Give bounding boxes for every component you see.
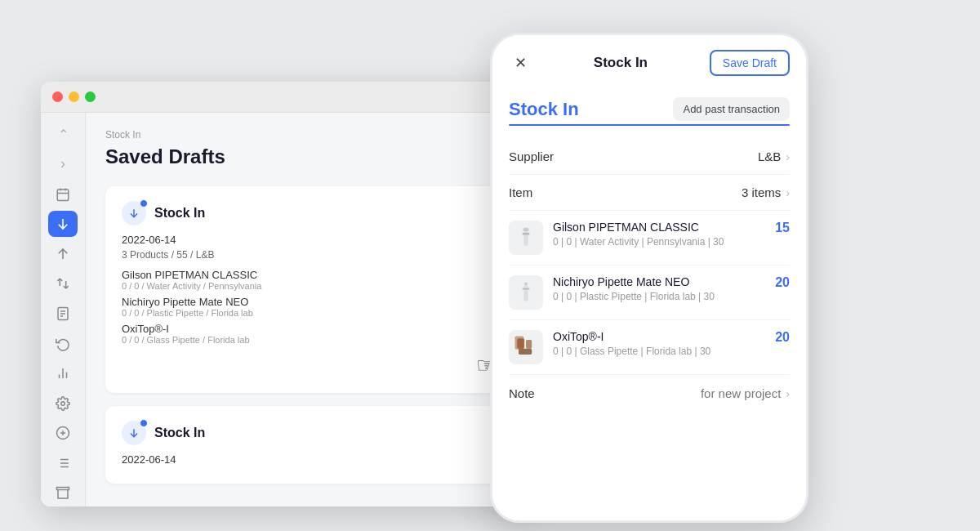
product-info-1: Nichiryo Pipette Mate NEO 0 | 0 | Plasti…: [553, 275, 760, 302]
draft-item-1-1: Nichiryo Pipette Mate NEO 0 / 0 / Plasti…: [122, 296, 495, 318]
sidebar-item-stock-in[interactable]: [48, 211, 78, 238]
draft-item-1-2: OxiTop®-I 0 / 0 / Glass Pipette / Florid…: [122, 323, 495, 345]
draft-card-2[interactable]: Stock In 2022-06-14: [105, 406, 511, 484]
item-count-text: 3 items: [742, 185, 781, 199]
stock-in-badge-2: [140, 419, 148, 427]
save-draft-button[interactable]: Save Draft: [710, 50, 790, 76]
product-info-2: OxiTop®-I 0 | 0 | Glass Pipette | Florid…: [553, 330, 760, 357]
sidebar-item-chevron-up[interactable]: ⌃: [48, 121, 78, 148]
window-body: ⌃ ›: [41, 113, 531, 506]
draft-item-1-0: Gilson PIPETMAN CLASSIC 0 / 0 / Water Ac…: [122, 269, 495, 291]
product-sub-2: 0 | 0 | Glass Pipette | Florida lab | 30: [553, 346, 760, 357]
minimize-button[interactable]: [69, 91, 79, 102]
svg-point-11: [61, 402, 65, 406]
window-titlebar: [41, 82, 531, 113]
sidebar-item-document[interactable]: [48, 301, 78, 328]
phone-header-title: Stock In: [594, 55, 648, 71]
sidebar-item-calendar[interactable]: [48, 181, 78, 207]
stock-in-icon-1: [122, 201, 146, 225]
blue-divider: [509, 124, 790, 126]
phone-section-header: Stock In Add past transaction: [509, 97, 790, 121]
draft-meta-1: 3 Products / 55 / L&B: [122, 249, 495, 261]
product-qty-2: 20: [770, 330, 790, 345]
product-thumb-2: [509, 330, 543, 364]
desktop-window: ⌃ ›: [41, 82, 531, 506]
sidebar-item-expand[interactable]: ›: [48, 151, 78, 178]
draft-item-name-1-2: OxiTop®-I: [122, 323, 495, 335]
supplier-row[interactable]: Supplier L&B ›: [509, 139, 790, 175]
supplier-value-text: L&B: [758, 149, 781, 163]
svg-rect-27: [523, 288, 530, 290]
breadcrumb: Stock In: [105, 129, 511, 141]
product-item-1[interactable]: Nichiryo Pipette Mate NEO 0 | 0 | Plasti…: [509, 266, 790, 320]
draft-card-title-2: Stock In: [154, 426, 205, 440]
sidebar-item-add[interactable]: [48, 420, 78, 447]
draft-item-name-1-0: Gilson PIPETMAN CLASSIC: [122, 269, 495, 281]
product-name-2: OxiTop®-I: [553, 330, 760, 343]
draft-item-name-1-1: Nichiryo Pipette Mate NEO: [122, 296, 495, 308]
svg-rect-22: [523, 228, 529, 231]
product-thumb-0: [509, 221, 543, 255]
item-chevron-icon: ›: [786, 186, 790, 199]
svg-rect-0: [57, 190, 69, 201]
product-sub-1: 0 | 0 | Plastic Pipette | Florida lab | …: [553, 291, 760, 302]
supplier-value: L&B ›: [758, 149, 790, 163]
item-value: 3 items ›: [742, 185, 790, 199]
draft-card-header-2: Stock In: [122, 421, 495, 445]
maximize-button[interactable]: [85, 91, 96, 102]
item-row[interactable]: Item 3 items ›: [509, 175, 790, 211]
phone-section-title: Stock In: [509, 99, 579, 120]
sidebar-item-transfer[interactable]: [48, 270, 78, 297]
phone-content: Stock In Add past transaction Supplier L…: [492, 86, 806, 423]
draft-card-title-1: Stock In: [154, 206, 205, 221]
draft-item-sub-1-2: 0 / 0 / Glass Pipette / Florida lab: [122, 335, 495, 345]
sidebar: ⌃ ›: [41, 113, 86, 506]
sidebar-item-stock-out[interactable]: [48, 240, 78, 267]
note-chevron-icon: ›: [786, 387, 790, 400]
svg-rect-29: [526, 340, 532, 349]
main-content: Stock In Saved Drafts Stock In 2022-06-1…: [86, 113, 531, 506]
sidebar-item-list[interactable]: [48, 450, 78, 477]
sidebar-item-layers[interactable]: [48, 480, 78, 506]
phone-header: ✕ Stock In Save Draft: [492, 35, 806, 86]
item-label: Item: [509, 185, 532, 199]
svg-rect-30: [519, 349, 532, 355]
sidebar-item-history[interactable]: [48, 330, 78, 357]
note-value: for new project ›: [701, 386, 790, 400]
phone-inner: ✕ Stock In Save Draft Stock In Add past …: [492, 35, 806, 520]
product-item-2[interactable]: OxiTop®-I 0 | 0 | Glass Pipette | Florid…: [509, 320, 790, 375]
add-past-transaction-button[interactable]: Add past transaction: [673, 97, 790, 121]
draft-card-header-1: Stock In: [122, 201, 495, 225]
phone-frame: ✕ Stock In Save Draft Stock In Add past …: [490, 33, 808, 523]
product-qty-0: 15: [770, 221, 790, 235]
supplier-label: Supplier: [509, 149, 554, 163]
product-name-0: Gilson PIPETMAN CLASSIC: [553, 221, 760, 234]
stock-in-badge-1: [140, 199, 148, 207]
draft-item-sub-1-0: 0 / 0 / Water Activity / Pennsylvania: [122, 281, 495, 291]
product-sub-0: 0 | 0 | Water Activity | Pennsylvania | …: [553, 236, 760, 248]
supplier-chevron-icon: ›: [786, 150, 790, 163]
stock-in-icon-2: [122, 421, 146, 445]
svg-rect-31: [515, 337, 524, 350]
svg-rect-25: [524, 283, 528, 286]
page-title: Saved Drafts: [105, 145, 511, 168]
draft-date-1: 2022-06-14: [122, 234, 495, 246]
svg-rect-21: [57, 487, 69, 489]
note-value-text: for new project: [701, 386, 781, 400]
note-label: Note: [509, 386, 535, 400]
sidebar-item-chart[interactable]: [48, 360, 78, 387]
product-info-0: Gilson PIPETMAN CLASSIC 0 | 0 | Water Ac…: [553, 221, 760, 248]
product-item-0[interactable]: Gilson PIPETMAN CLASSIC 0 | 0 | Water Ac…: [509, 211, 790, 266]
draft-date-2: 2022-06-14: [122, 453, 495, 466]
svg-rect-26: [523, 285, 528, 301]
sidebar-item-settings[interactable]: [48, 390, 78, 417]
product-thumb-1: [509, 275, 543, 310]
product-name-1: Nichiryo Pipette Mate NEO: [553, 275, 760, 288]
draft-card-1[interactable]: Stock In 2022-06-14 3 Products / 55 / L&…: [105, 186, 511, 393]
draft-item-sub-1-1: 0 / 0 / Plastic Pipette / Florida lab: [122, 308, 495, 318]
close-button[interactable]: [52, 91, 63, 102]
phone-close-button[interactable]: ✕: [509, 51, 532, 74]
product-qty-1: 20: [770, 275, 790, 290]
note-row[interactable]: Note for new project ›: [509, 375, 790, 412]
svg-rect-24: [523, 233, 530, 235]
